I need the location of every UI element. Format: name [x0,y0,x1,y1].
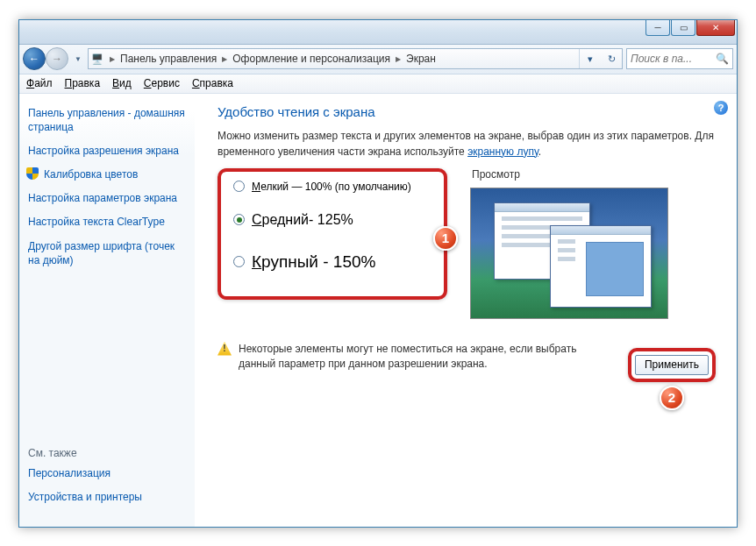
nav-back-button[interactable]: ← [23,47,46,70]
apply-button[interactable]: Применить [635,355,709,375]
page-title: Удобство чтения с экрана [218,104,714,119]
radio-label: Средний- 125% [252,212,353,228]
minimize-button[interactable]: ─ [645,20,670,36]
control-panel-icon: 🖥️ [89,50,106,67]
navigation-bar: ← → ▼ 🖥️ ▶ Панель управления ▶ Оформлени… [19,45,737,74]
magnifier-link[interactable]: экранную лупу [467,145,538,158]
sidebar-item-resolution[interactable]: Настройка разрешения экрана [28,144,186,158]
sidebar-see-also-personalization[interactable]: Персонализация [28,466,186,480]
intro-text: Можно изменить размер текста и других эл… [218,128,714,160]
breadcrumb-item[interactable]: Оформление и персонализация [231,53,392,65]
help-icon[interactable]: ? [714,101,728,115]
radio-label: Крупный - 150% [252,252,375,272]
sidebar-item-calibrate[interactable]: Калибровка цветов [28,167,186,181]
breadcrumb-separator: ▶ [106,55,118,63]
breadcrumb-item[interactable]: Панель управления [118,53,218,65]
nav-forward-button[interactable]: → [46,47,68,70]
search-input[interactable] [631,53,712,65]
radio-medium[interactable]: Средний- 125% [233,212,431,228]
radio-icon [233,181,245,192]
radio-icon [233,256,245,267]
sidebar-item-custom-dpi[interactable]: Другой размер шрифта (точек на дюйм) [28,239,186,267]
maximize-button[interactable]: ▭ [671,20,695,36]
radio-small[interactable]: Мелкий — 100% (по умолчанию) [233,181,431,193]
shield-icon [26,167,39,180]
address-bar[interactable]: 🖥️ ▶ Панель управления ▶ Оформление и пе… [88,48,623,69]
options-highlight-frame: Мелкий — 100% (по умолчанию) Средний- 12… [218,168,447,300]
sidebar-item-label: Калибровка цветов [44,168,138,181]
sidebar-item-cleartype[interactable]: Настройка текста ClearType [28,215,186,229]
side-pane: Панель управления - домашняя страница На… [19,94,195,527]
titlebar: ─ ▭ ✕ [19,20,737,45]
breadcrumb-separator: ▶ [392,55,404,63]
radio-icon [233,214,245,225]
callout-badge-1: 1 [433,226,458,251]
preview-image [470,188,668,319]
nav-history-dropdown[interactable]: ▼ [72,50,84,67]
breadcrumb-separator: ▶ [218,55,231,63]
refresh-button[interactable]: ↻ [601,49,622,68]
menu-file[interactable]: Файл [26,77,53,89]
menu-help[interactable]: Справка [192,77,233,89]
breadcrumb-item[interactable]: Экран [404,53,438,65]
menu-tools[interactable]: Сервис [144,77,180,89]
radio-large[interactable]: Крупный - 150% [233,252,431,272]
see-also-heading: См. также [28,447,186,459]
main-pane: ? Удобство чтения с экрана Можно изменит… [195,94,737,527]
menu-view[interactable]: Вид [112,77,132,89]
warning-text: Некоторые элементы могут не поместиться … [239,342,589,372]
search-icon: 🔍 [716,53,729,65]
sidebar-item-home[interactable]: Панель управления - домашняя страница [28,106,186,134]
radio-label: Мелкий — 100% (по умолчанию) [252,181,411,193]
search-box[interactable]: 🔍 [626,48,733,69]
warning-icon [218,342,232,356]
close-button[interactable]: ✕ [696,20,735,36]
callout-badge-2: 2 [660,386,684,410]
sidebar-see-also-devices[interactable]: Устройства и принтеры [28,490,186,504]
preview-label: Просмотр [472,168,714,181]
address-dropdown-button[interactable]: ▾ [580,49,601,68]
menu-edit[interactable]: Правка [65,77,101,89]
apply-highlight-frame: Применить 2 [628,348,716,382]
sidebar-item-display-settings[interactable]: Настройка параметров экрана [28,191,186,205]
menu-bar: Файл Правка Вид Сервис Справка [19,74,737,94]
window-frame: ─ ▭ ✕ ← → ▼ 🖥️ ▶ Панель управления ▶ Офо… [18,19,738,528]
